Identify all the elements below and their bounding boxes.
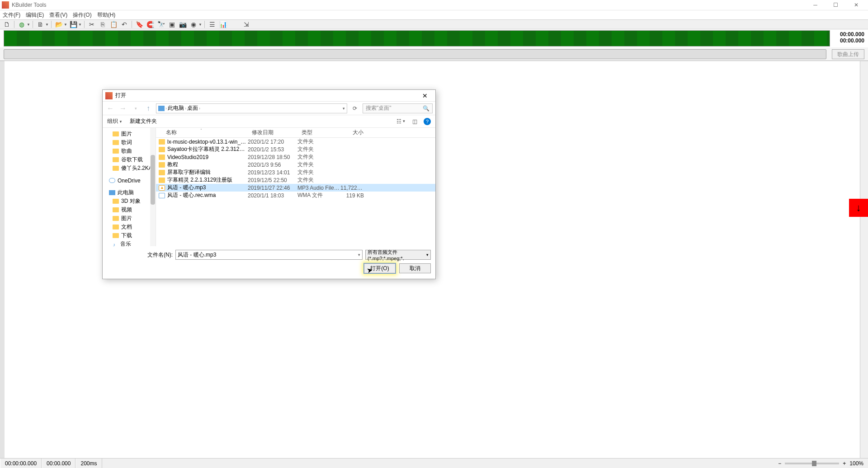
tool-globe-icon[interactable]: ◍ [17,20,27,28]
dropdown-icon[interactable]: ▼ [64,23,67,27]
minimize-button[interactable]: ─ [805,0,826,10]
folder-icon [159,154,165,160]
help-icon[interactable]: ? [424,118,431,125]
nav-recent-icon[interactable]: ▾ [131,103,141,113]
tree-item[interactable]: 歌曲 [103,147,156,155]
file-type-filter[interactable]: 所有音频文件(*.mp?;*.mpeg;*. ▾ [365,250,431,260]
vertical-scrollbar[interactable] [860,61,868,458]
tree-item[interactable]: 图片 [103,214,156,223]
zoom-plus-icon[interactable]: + [843,460,846,467]
column-headers: 名称 ˄ 修改日期 类型 大小 [156,128,435,138]
breadcrumb[interactable]: › 此电脑 › 桌面 › ▾ [156,103,347,113]
menu-edit[interactable]: 编辑(E) [26,11,44,19]
menu-operate[interactable]: 操作(O) [73,11,91,19]
zoom-minus-icon[interactable]: − [778,460,781,467]
cancel-button[interactable]: 取消 [399,263,431,273]
tool-chart-icon[interactable]: 📊 [218,20,228,28]
chevron-right-icon[interactable]: › [185,106,186,111]
file-row[interactable]: Sayatoo卡拉字幕精灵 2.2.3129注册机.e...2020/1/2 1… [156,145,435,153]
file-row[interactable]: VideoStudio20192019/12/28 18:50文件夹 [156,153,435,161]
upload-song-button[interactable]: 歌曲上传 [832,49,864,59]
tool-magnet-icon[interactable]: 🧲 [145,20,155,28]
tree-item[interactable]: 歌词 [103,138,156,147]
preview-pane-icon[interactable]: ◫ [410,118,419,125]
menu-file[interactable]: 文件(F) [3,11,20,19]
left-gutter [0,61,5,458]
view-mode-icon[interactable]: ☷▼ [396,118,406,125]
file-row[interactable]: 字幕精灵 2.2.1.3129注册版2019/12/5 22:50文件夹 [156,176,435,184]
tree-item[interactable]: 下载 [103,231,156,240]
tool-cut-icon[interactable]: ✂ [87,20,97,28]
titlebar: KBuilder Tools ─ ☐ ✕ [0,0,868,10]
nav-forward-icon[interactable]: → [118,103,128,113]
close-button[interactable]: ✕ [846,0,866,10]
tree-item[interactable]: 此电脑 [103,188,156,197]
tool-save-icon[interactable]: 💾 [68,20,78,28]
tool-list-icon[interactable]: ☰ [207,20,217,28]
tool-undo-icon[interactable]: ↶ [119,20,129,28]
tool-export-icon[interactable]: ⇲ [241,20,251,28]
maximize-button[interactable]: ☐ [826,0,846,10]
col-size[interactable]: 大小 [340,129,367,136]
tool-disc-icon[interactable]: ◉ [189,20,198,28]
file-row[interactable]: 教程2020/1/3 9:56文件夹 [156,161,435,168]
search-input[interactable]: 搜索"桌面" 🔍 [363,103,433,113]
dropdown-icon[interactable]: ▼ [198,23,202,27]
dropdown-icon[interactable]: ▼ [27,23,30,27]
file-row[interactable]: lx-music-desktop-v0.13.1-win_x64-gr...20… [156,138,435,145]
organize-button[interactable]: 组织▼ [107,117,123,125]
tool-play-icon[interactable]: ▣ [167,20,177,28]
tree-item[interactable]: 3D 对象 [103,197,156,206]
zoom-slider[interactable] [785,463,839,464]
tree-item[interactable]: ♪音乐 [103,240,156,246]
tree-item[interactable]: 视频 [103,206,156,214]
scrollbar-thumb[interactable] [151,155,155,205]
chevron-right-icon[interactable]: › [199,106,200,111]
waveform-track[interactable] [4,30,830,47]
cell-name: 教程 [167,161,248,168]
file-row[interactable]: 屏幕取字翻译编辑2019/12/23 14:01文件夹 [156,168,435,176]
dropdown-icon[interactable]: ▾ [358,253,360,257]
cell-name: 风语 - 暖心.mp3 [167,184,248,192]
nav-back-icon[interactable]: ← [105,103,115,113]
new-folder-button[interactable]: 新建文件夹 [130,117,157,125]
tool-paste-icon[interactable]: 📋 [108,20,118,28]
tool-camera-icon[interactable]: 📷 [178,20,188,28]
col-type[interactable]: 类型 [297,129,340,136]
tree-scrollbar[interactable] [150,128,156,246]
chevron-right-icon[interactable]: › [165,106,167,111]
tool-binoculars-icon[interactable]: 🔭 [156,20,166,28]
tree-item[interactable]: 文档 [103,223,156,231]
separator [33,21,33,28]
open-button[interactable]: 打开(O) [364,263,396,273]
tool-tag-icon[interactable]: 🔖 [134,20,144,28]
menu-help[interactable]: 帮助(H) [97,11,116,19]
timeline-scrollbar[interactable] [4,49,826,59]
download-tab-icon[interactable]: ↓ [849,199,868,217]
tree-item[interactable]: OneDrive [103,176,156,185]
dropdown-icon[interactable]: ▼ [78,23,82,27]
tool-open-folder-icon[interactable]: 📂 [54,20,64,28]
dropdown-icon[interactable]: ▼ [45,23,49,27]
dialog-close-button[interactable]: ✕ [417,90,433,101]
nav-up-icon[interactable]: ↑ [143,103,153,113]
crumb-pc[interactable]: 此电脑 [168,104,184,112]
address-dropdown[interactable]: ▾ [343,106,345,111]
tool-new-icon[interactable]: 🗎 [35,20,45,28]
filename-value: 风语 - 暖心.mp3 [178,251,216,259]
search-icon[interactable]: 🔍 [423,105,429,112]
col-date[interactable]: 修改日期 [247,129,297,136]
tree-item[interactable]: 傻丫头2.2KAT模 [103,164,156,173]
tool-copy-icon[interactable]: ⎘ [98,20,108,28]
tree-item[interactable]: 谷歌下载 [103,155,156,164]
crumb-desktop[interactable]: 桌面 [187,104,198,112]
zoom-thumb[interactable] [812,461,816,466]
tree-item[interactable]: 图片 [103,130,156,138]
dialog-toolbar: 组织▼ 新建文件夹 ☷▼ ◫ ? [103,115,435,128]
tool-open-lyrics-icon[interactable]: 🗋 [2,20,12,28]
file-row[interactable]: 风语 - 暖心.rec.wma2020/1/1 18:03WMA 文件119 K… [156,192,435,199]
filename-input[interactable]: 风语 - 暖心.mp3 ▾ [175,250,363,260]
file-row[interactable]: 风语 - 暖心.mp32019/11/27 22:46MP3 Audio Fil… [156,184,435,192]
menu-view[interactable]: 查看(V) [49,11,67,19]
refresh-icon[interactable]: ⟳ [350,103,360,113]
